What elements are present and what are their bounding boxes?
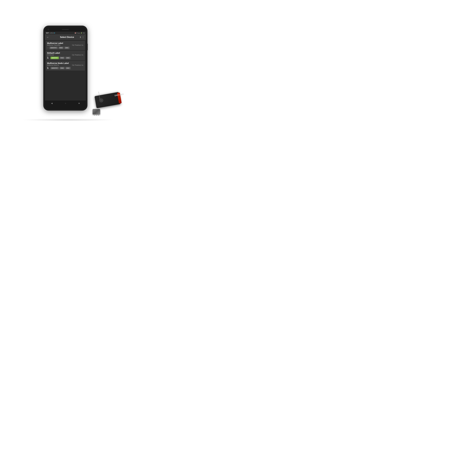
device-2-company: City Theatrical, Inc. [72, 54, 84, 56]
device-2-number: 1 [47, 56, 50, 59]
city-theatrical-label: CITY THEATRICAL [98, 92, 100, 100]
device-2-identify-button[interactable]: IDENTIFY [51, 57, 59, 59]
device-card-2: Default Label D4 Dimmer City Theatrical,… [46, 51, 85, 60]
scene-shadow [20, 119, 116, 121]
device-1-number: --- [47, 47, 49, 49]
status-bar: 9:57 31 📷 M 🐦 ⏰ ⚙ ▲ ▲ 🔋 71% [45, 32, 86, 34]
xlr-connector [93, 109, 102, 116]
device-1-type: Multiverse Transmitter [47, 44, 60, 46]
nav-recent-button[interactable]: ■ [78, 102, 80, 104]
signal-icon: ▲ [78, 33, 79, 34]
back-button[interactable]: ← [47, 36, 49, 39]
front-camera [48, 29, 49, 30]
device-3-dmx-button[interactable]: DMX [65, 67, 70, 69]
device-1-name: Multiverse Label [47, 42, 84, 44]
sync-icon: ⚙ [76, 33, 77, 34]
app-bar: ← Select Device 3 ⋮ [45, 34, 86, 40]
device-1-info-row: Multiverse Transmitter City Theatrical, … [47, 44, 84, 46]
device-3-number: 1 [47, 67, 50, 69]
device-1-rdm-button[interactable]: RDM [58, 47, 64, 49]
instagram-icon: 📷 [51, 33, 52, 34]
device-3-info-row: Multiverse Node Rx City Theatrical, Inc. [47, 64, 84, 66]
device-3-identify-button[interactable]: IDENTIFY [51, 67, 59, 69]
battery-percent: 71% [83, 33, 85, 34]
device-3-rdm-button[interactable]: RDM [60, 67, 65, 69]
device-3-name: Multiverse Node Label [47, 62, 84, 64]
status-left-icons: 31 📷 M 🐦 [50, 33, 55, 34]
device-1-identify-button[interactable]: IDENTIFY [50, 47, 58, 49]
device-3-actions: 1 IDENTIFY RDM DMX [47, 67, 84, 69]
bottom-nav: ◀ ○ ■ [45, 101, 86, 106]
device-2-name: Default Label [47, 52, 84, 54]
device-1-dmx-button[interactable]: DMX [64, 47, 69, 49]
status-time: 9:57 [46, 32, 49, 34]
gmail-icon: M [53, 33, 54, 34]
xlr-pin-1 [94, 114, 95, 116]
device-3-company: City Theatrical, Inc. [72, 64, 84, 66]
phone-inner: 9:57 31 📷 M 🐦 ⏰ ⚙ ▲ ▲ 🔋 71% [45, 27, 86, 109]
device-2-dmx-button[interactable]: DMX [65, 57, 70, 59]
phone-shell: 9:57 31 📷 M 🐦 ⏰ ⚙ ▲ ▲ 🔋 71% [44, 26, 87, 110]
device-card-3: Multiverse Node Label Multiverse Node Rx… [46, 61, 85, 70]
scene: 9:57 31 📷 M 🐦 ⏰ ⚙ ▲ ▲ 🔋 71% [7, 7, 129, 129]
menu-button[interactable]: ⋮ [82, 36, 84, 38]
xlr-pin-3 [98, 114, 99, 116]
device-3-type: Multiverse Node Rx [47, 64, 59, 66]
device-list: Multiverse Label Multiverse Transmitter … [45, 40, 86, 101]
device-1-actions: --- IDENTIFY RDM DMX [47, 47, 84, 49]
device-card-1: Multiverse Label Multiverse Transmitter … [46, 41, 85, 50]
alarm-icon: ⏰ [75, 33, 76, 34]
battery-icon: 🔋 [81, 33, 82, 34]
device-2-actions: 1 IDENTIFY RDM DMX [47, 56, 84, 59]
nav-home-button[interactable]: ○ [65, 102, 66, 104]
device-2-rdm-button[interactable]: RDM [60, 57, 65, 59]
device-1-company: City Theatrical, Inc. [72, 44, 84, 46]
device-count: 3 [80, 36, 81, 38]
calendar-icon: 31 [50, 33, 51, 34]
dmxcat-device: CITY THEATRICAL DMXcat® [90, 91, 125, 119]
xlr-body [93, 109, 100, 114]
nav-back-button[interactable]: ◀ [51, 102, 52, 104]
status-right-icons: ⏰ ⚙ ▲ ▲ 🔋 71% [75, 33, 85, 34]
wifi-icon: ▲ [79, 33, 80, 34]
top-bezel [45, 27, 86, 32]
device-2-type: D4 Dimmer [47, 54, 54, 56]
twitter-icon: 🐦 [54, 33, 55, 34]
speaker [62, 29, 69, 30]
xlr-pin-2 [96, 114, 97, 116]
app-bar-title: Select Device [51, 36, 84, 38]
screen: 9:57 31 📷 M 🐦 ⏰ ⚙ ▲ ▲ 🔋 71% [45, 32, 86, 106]
bottom-bezel [45, 106, 86, 109]
device-2-info-row: D4 Dimmer City Theatrical, Inc. [47, 54, 84, 56]
